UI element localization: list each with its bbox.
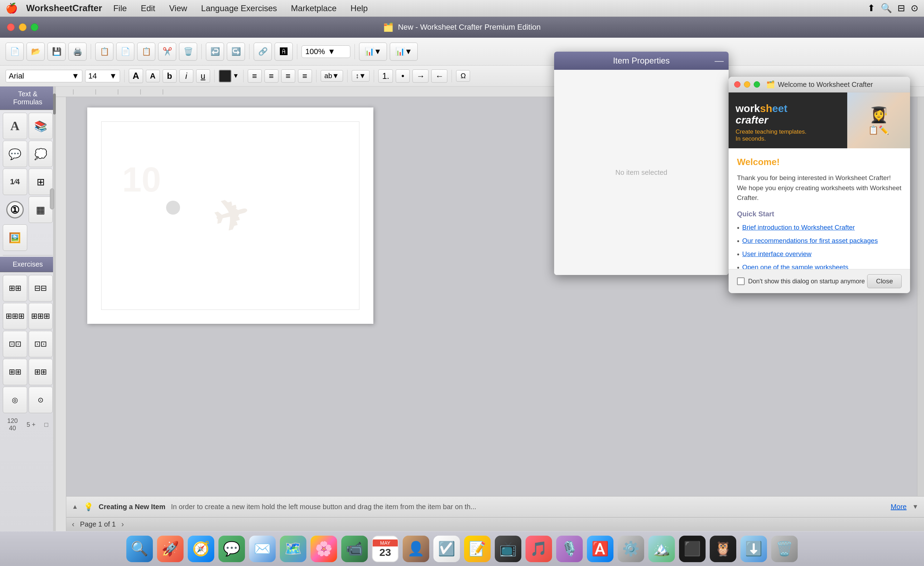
save-button[interactable]: 💾 xyxy=(48,43,66,61)
maximize-window-button[interactable] xyxy=(31,23,38,31)
qr-code-button[interactable]: ▦ xyxy=(28,197,53,223)
welcome-minimize-button[interactable] xyxy=(744,81,750,88)
dock-icon-notes[interactable]: 📝 xyxy=(464,536,490,562)
dock-icon-finder[interactable]: 🔍 xyxy=(126,536,153,562)
underline-button[interactable]: u xyxy=(196,69,210,83)
zoom-selector[interactable]: 100% ▼ xyxy=(302,45,350,58)
add-item-button[interactable]: 🔗 xyxy=(254,43,272,61)
exercise-9-button[interactable]: ◎ xyxy=(3,387,27,413)
book-item-button[interactable]: 📚 xyxy=(28,113,53,139)
scroll-down-button[interactable]: ▼ xyxy=(912,503,918,510)
menu-help[interactable]: Help xyxy=(348,2,370,15)
control-center-icon[interactable]: ⊟ xyxy=(897,3,905,14)
paste-button[interactable]: 📋 xyxy=(137,43,155,61)
dock-icon-facetime[interactable]: 📹 xyxy=(341,536,368,562)
sidebar-scrollbar-thumb[interactable] xyxy=(53,93,56,114)
dock-icon-appstore[interactable]: 🅰️ xyxy=(587,536,614,562)
more-link[interactable]: More xyxy=(891,503,907,511)
dock-icon-appletv[interactable]: 📺 xyxy=(495,536,521,562)
increase-font-button[interactable]: A xyxy=(129,69,143,83)
special-char-button[interactable]: Ω xyxy=(456,70,470,82)
dock-icon-music[interactable]: 🎵 xyxy=(525,536,552,562)
align-justify-button[interactable]: ≡ xyxy=(298,69,312,83)
exercise-5-button[interactable]: ⊡⊡ xyxy=(3,331,27,357)
dock-icon-downloader[interactable]: ⬇️ xyxy=(741,536,767,562)
dock-icon-terminal[interactable]: ⬛ xyxy=(679,536,705,562)
bar-chart-button[interactable]: 📊▼ xyxy=(359,43,387,61)
align-left-button[interactable]: ≡ xyxy=(248,69,262,83)
app-name[interactable]: WorksheetCrafter xyxy=(26,3,102,14)
prev-page-button[interactable]: ‹ xyxy=(72,520,74,529)
dock-icon-safari[interactable]: 🧭 xyxy=(188,536,214,562)
welcome-close-button[interactable] xyxy=(734,81,741,88)
line-spacing-button[interactable]: ↕▼ xyxy=(352,70,370,82)
menu-language-exercises[interactable]: Language Exercises xyxy=(198,2,279,15)
new-button[interactable]: 📄 xyxy=(6,43,24,61)
exercise-1-button[interactable]: ⊞⊞ xyxy=(3,275,27,302)
exercise-3-button[interactable]: ⊞⊞⊞ xyxy=(3,303,27,329)
cut-button[interactable]: ✂️ xyxy=(158,43,176,61)
menu-edit[interactable]: Edit xyxy=(138,2,158,15)
search-icon[interactable]: 🔍 xyxy=(881,3,892,14)
no-show-checkbox[interactable] xyxy=(737,278,745,285)
ui-overview-link[interactable]: User interface overview xyxy=(742,249,812,259)
close-button[interactable]: Close xyxy=(867,274,902,288)
next-page-button[interactable]: › xyxy=(122,520,124,529)
welcome-maximize-button[interactable] xyxy=(754,81,760,88)
dock-icon-trash[interactable]: 🗑️ xyxy=(771,536,798,562)
canvas-vertical-scrollbar[interactable] xyxy=(917,97,924,531)
dock-icon-maps[interactable]: 🗺️ xyxy=(280,536,306,562)
exercise-2-button[interactable]: ⊟⊟ xyxy=(28,275,53,302)
font-color-button[interactable] xyxy=(219,70,231,83)
dock-icon-messages[interactable]: 💬 xyxy=(219,536,245,562)
unordered-list-button[interactable]: • xyxy=(396,69,410,83)
spellcheck-button[interactable]: 🅰 xyxy=(274,43,293,61)
dock-icon-launchpad[interactable]: 🚀 xyxy=(157,536,183,562)
align-right-button[interactable]: ≡ xyxy=(281,69,295,83)
exercise-10-button[interactable]: ⊙ xyxy=(28,387,53,413)
copy-button[interactable]: 📄 xyxy=(116,43,134,61)
minimize-panel-button[interactable]: — xyxy=(715,56,724,66)
italic-button[interactable]: i xyxy=(179,69,194,83)
dock-icon-worksheetcrafter[interactable]: 🦉 xyxy=(710,536,736,562)
number-button[interactable]: ① xyxy=(6,201,24,218)
dock-icon-systemprefs[interactable]: ⚙️ xyxy=(618,536,644,562)
first-asset-link[interactable]: Our recommendations for first asset pack… xyxy=(742,236,878,246)
dock-icon-calendar[interactable]: MAY23 xyxy=(372,536,399,562)
font-family-selector[interactable]: Arial ▼ xyxy=(6,70,82,83)
exercise-6-button[interactable]: ⊡⊡ xyxy=(28,331,53,357)
image-button[interactable]: 🖼️ xyxy=(3,224,27,251)
dock-icon-mail[interactable]: ✉️ xyxy=(249,536,276,562)
exercise-8-button[interactable]: ⊞⊞ xyxy=(28,359,53,385)
export-pdf-button[interactable]: 📋 xyxy=(95,43,113,61)
minimize-window-button[interactable] xyxy=(19,23,27,31)
delete-button[interactable]: 🗑️ xyxy=(179,43,197,61)
menu-marketplace[interactable]: Marketplace xyxy=(288,2,339,15)
bold-button[interactable]: b xyxy=(163,69,177,83)
dock-icon-contacts[interactable]: 👤 xyxy=(403,536,429,562)
increase-indent-button[interactable]: → xyxy=(412,69,429,83)
thought-bubble-button[interactable]: 💭 xyxy=(28,141,53,167)
pie-chart-button[interactable]: 📊▼ xyxy=(390,43,418,61)
highlight-button[interactable]: ab▼ xyxy=(321,70,343,82)
redo-button[interactable]: ↪️ xyxy=(227,43,245,61)
dock-icon-podcasts[interactable]: 🎙️ xyxy=(556,536,583,562)
sidebar-resize-handle[interactable] xyxy=(50,188,54,209)
scroll-up-button[interactable]: ▲ xyxy=(72,503,78,510)
speech-bubble-button[interactable]: 💬 xyxy=(3,141,27,167)
apple-menu[interactable]: 🍎 xyxy=(6,3,18,14)
sample-worksheets-link[interactable]: Open one of the sample worksheets xyxy=(742,263,848,269)
fraction-button[interactable]: 1⁄4 xyxy=(3,168,27,195)
no-show-checkbox-container[interactable]: Don't show this dialog on startup anymor… xyxy=(737,278,865,285)
text-item-button[interactable]: A xyxy=(3,113,27,139)
undo-button[interactable]: ↩️ xyxy=(206,43,224,61)
color-dropdown-icon[interactable]: ▼ xyxy=(233,72,239,80)
exercise-7-button[interactable]: ⊞⊞ xyxy=(3,359,27,385)
close-window-button[interactable] xyxy=(7,23,15,31)
menu-view[interactable]: View xyxy=(166,2,190,15)
print-button[interactable]: 🖨️ xyxy=(68,43,87,61)
dock-icon-mountainlion[interactable]: 🏔️ xyxy=(648,536,675,562)
font-size-selector[interactable]: 14 ▼ xyxy=(85,70,120,83)
decrease-font-button[interactable]: A xyxy=(146,70,160,83)
align-center-button[interactable]: ≡ xyxy=(264,69,279,83)
